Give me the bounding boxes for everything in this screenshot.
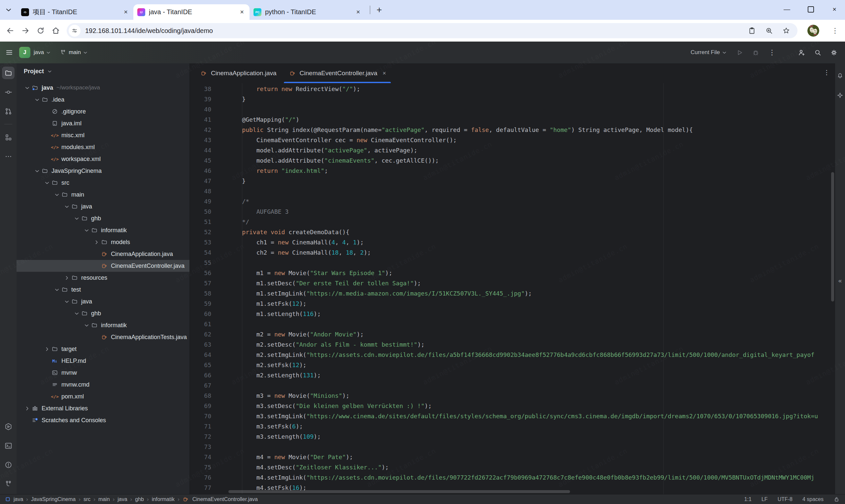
editor-tab[interactable]: CinemaApplication.java bbox=[194, 63, 283, 83]
browser-tab[interactable]: PCpython - TitanIDE× bbox=[249, 4, 366, 20]
tab-search-chevron-icon[interactable] bbox=[5, 6, 13, 14]
tree-item-help-md[interactable]: M↓HELP.md bbox=[17, 355, 190, 367]
run-config-selector[interactable]: Current File bbox=[690, 49, 720, 56]
breadcrumb-item[interactable]: java bbox=[118, 497, 127, 502]
code-line[interactable]: 59 m1.setFsk(12); bbox=[190, 299, 835, 309]
chevron-right-icon[interactable] bbox=[43, 345, 51, 353]
add-user-icon[interactable] bbox=[798, 49, 805, 56]
line-number[interactable]: 67 bbox=[190, 380, 211, 391]
line-number[interactable]: 53 bbox=[190, 237, 211, 247]
line-number[interactable]: 43 bbox=[190, 135, 211, 145]
tree-item-informatik[interactable]: informatik bbox=[17, 224, 190, 236]
site-info-button[interactable] bbox=[69, 25, 81, 37]
chevron-right-icon[interactable] bbox=[63, 274, 71, 282]
line-number[interactable]: 73 bbox=[190, 442, 211, 452]
code-line[interactable]: 39 } bbox=[190, 94, 835, 104]
breadcrumb-item[interactable]: java bbox=[14, 497, 23, 502]
code-line[interactable]: 48 bbox=[190, 186, 835, 196]
code-line[interactable]: 63 m2.setDesc("Andor als Film - kommt be… bbox=[190, 339, 835, 349]
version-control-tool-button[interactable] bbox=[2, 478, 15, 490]
tree-item-cinemaeventcontroller-java[interactable]: CinemaEventController.java bbox=[17, 260, 190, 272]
code-line[interactable]: 73 bbox=[190, 442, 835, 452]
chevron-down-icon[interactable] bbox=[83, 321, 90, 329]
code-line[interactable]: 68 m3 = new Movie("Minions"); bbox=[190, 391, 835, 401]
main-menu-icon[interactable] bbox=[5, 49, 13, 56]
line-number[interactable]: 64 bbox=[190, 349, 211, 360]
chevron-down-icon[interactable] bbox=[23, 84, 31, 92]
line-number[interactable]: 66 bbox=[190, 370, 211, 380]
line-number[interactable]: 65 bbox=[190, 360, 211, 370]
chevron-down-icon[interactable] bbox=[53, 286, 61, 293]
line-number[interactable]: 39 bbox=[190, 94, 211, 104]
line-number[interactable]: 62 bbox=[190, 329, 211, 339]
reload-icon[interactable] bbox=[36, 26, 45, 35]
tree-item-target[interactable]: target bbox=[17, 343, 190, 355]
line-number[interactable]: 77 bbox=[190, 483, 211, 493]
line-number[interactable]: 45 bbox=[190, 155, 211, 166]
code-line[interactable]: 46 return "index.html"; bbox=[190, 166, 835, 176]
code-line[interactable]: 75 m4.setDesc("Zeitloser Klassiker..."); bbox=[190, 462, 835, 472]
code-line[interactable]: 69 m3.setDesc("Die kleinen gelben Verrüc… bbox=[190, 401, 835, 411]
tree-item-ghb[interactable]: ghb bbox=[17, 307, 190, 319]
browser-menu-button[interactable]: ⋮ bbox=[831, 27, 839, 35]
minimize-button[interactable]: — bbox=[783, 5, 791, 13]
services-tool-button[interactable] bbox=[2, 420, 15, 433]
tree-item-resources[interactable]: resources bbox=[17, 272, 190, 284]
project-avatar[interactable]: J bbox=[19, 47, 30, 58]
line-number[interactable]: 54 bbox=[190, 247, 211, 258]
line-number[interactable]: 60 bbox=[190, 309, 211, 319]
chevron-down-icon[interactable] bbox=[53, 191, 61, 199]
code-line[interactable]: 51 */ bbox=[190, 217, 835, 227]
vertical-scrollbar[interactable] bbox=[831, 172, 834, 302]
code-line[interactable]: 45 model.addAttribute("cinemaEvents", ce… bbox=[190, 155, 835, 166]
chevron-down-icon[interactable] bbox=[63, 298, 71, 305]
tree-item-mvnw[interactable]: mvnw bbox=[17, 367, 190, 379]
address-bar[interactable]: 192.168.101.144/ide/web/coding/java/demo bbox=[67, 23, 797, 38]
maximize-button[interactable] bbox=[807, 5, 815, 13]
code-editor[interactable]: 38 return new RedirectView("/");39 }4041… bbox=[190, 83, 835, 494]
code-line[interactable]: 44 model.addAttribute("activePage", acti… bbox=[190, 145, 835, 155]
close-tab-icon[interactable]: × bbox=[238, 8, 246, 16]
breadcrumb-item[interactable]: src bbox=[84, 497, 90, 502]
chevron-down-icon[interactable] bbox=[63, 202, 71, 211]
horizontal-scrollbar[interactable] bbox=[228, 490, 570, 493]
code-line[interactable]: 70 m3.setImgLink("https://www.cinema.de/… bbox=[190, 411, 835, 421]
line-number[interactable]: 51 bbox=[190, 217, 211, 227]
code-line[interactable]: 67 bbox=[190, 380, 835, 391]
code-line[interactable]: 74 m4 = new Movie("Der Pate"); bbox=[190, 452, 835, 462]
tree-item--idea[interactable]: .idea bbox=[17, 94, 190, 106]
problems-tool-button[interactable] bbox=[2, 458, 15, 471]
new-tab-button[interactable]: + bbox=[374, 5, 384, 15]
line-number[interactable]: 52 bbox=[190, 227, 211, 237]
project-panel-header[interactable]: Project bbox=[17, 63, 190, 79]
code-line[interactable]: 57 m1.setDesc("Der erste Teil der tollen… bbox=[190, 278, 835, 288]
line-number[interactable]: 70 bbox=[190, 411, 211, 421]
line-number[interactable]: 75 bbox=[190, 462, 211, 472]
code-line[interactable]: 42 public String index(@RequestParam(nam… bbox=[190, 125, 835, 135]
line-number[interactable]: 56 bbox=[190, 268, 211, 278]
code-line[interactable]: 72 m3.setLength(109); bbox=[190, 431, 835, 442]
chevron-down-icon[interactable] bbox=[73, 309, 81, 317]
tree-item-models[interactable]: models bbox=[17, 236, 190, 248]
code-line[interactable]: 50 AUFGABE 3 bbox=[190, 206, 835, 217]
tree-item-mvnw-cmd[interactable]: mvnw.cmd bbox=[17, 379, 190, 391]
tree-item-misc-xml[interactable]: </>misc.xml bbox=[17, 129, 190, 141]
browser-tab[interactable]: ‹t›项目 - TitanIDE× bbox=[17, 4, 133, 20]
line-number[interactable]: 69 bbox=[190, 401, 211, 411]
collapse-panel-button[interactable]: « bbox=[835, 277, 845, 284]
url-text[interactable]: 192.168.101.144/ide/web/coding/java/demo bbox=[85, 27, 743, 35]
line-number[interactable]: 49 bbox=[190, 196, 211, 206]
tree-item-informatik[interactable]: informatik bbox=[17, 319, 190, 331]
code-line[interactable]: 43 CinemaEventController cec = new Cinem… bbox=[190, 135, 835, 145]
tree-item--gitignore[interactable]: .gitignore bbox=[17, 106, 190, 118]
tree-item-external-libraries[interactable]: External Libraries bbox=[17, 402, 190, 414]
code-line[interactable]: 52 private void createDemoData(){ bbox=[190, 227, 835, 237]
tree-item-main[interactable]: main bbox=[17, 189, 190, 200]
profile-avatar[interactable] bbox=[807, 25, 819, 37]
code-line[interactable]: 64 m2.setImgLink("https://assets.cdn.mov… bbox=[190, 349, 835, 360]
close-tab-icon[interactable]: × bbox=[354, 8, 362, 16]
chevron-down-icon[interactable] bbox=[33, 167, 41, 175]
code-line[interactable]: 65 m2.setFsk(12); bbox=[190, 360, 835, 370]
editor-tab[interactable]: CinemaEventController.java× bbox=[283, 63, 392, 83]
search-icon[interactable] bbox=[814, 49, 822, 56]
